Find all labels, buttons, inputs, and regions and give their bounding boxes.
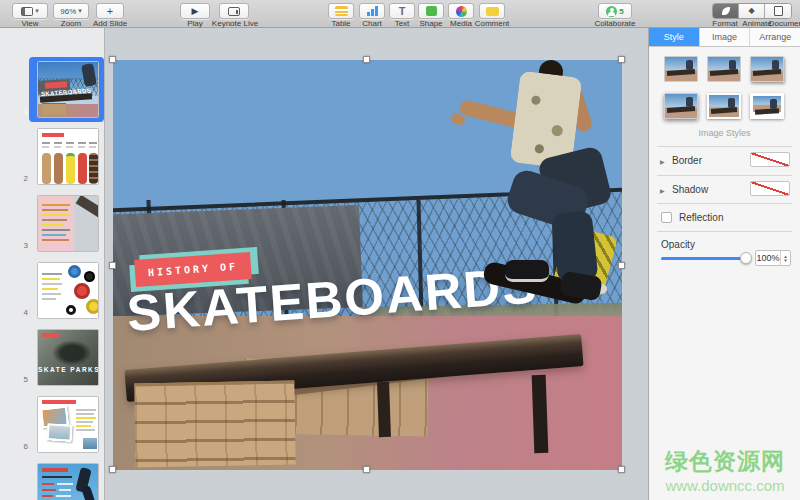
collaborate-label: Collaborate: [588, 19, 642, 28]
opacity-label: Opacity: [661, 239, 695, 250]
chart-icon: [366, 6, 379, 16]
keynote-live-label: Keynote Live: [205, 19, 265, 28]
text-tool-icon: T: [399, 6, 406, 17]
reflection-label: Reflection: [679, 212, 723, 223]
image-styles-label: Image Styles: [649, 128, 800, 138]
opacity-slider-knob[interactable]: [740, 252, 752, 264]
opacity-stepper[interactable]: ▴ ▾: [780, 251, 790, 265]
slide-thumbnail-7[interactable]: [37, 463, 99, 500]
shadow-style-well[interactable]: [750, 181, 790, 196]
selection-handle-top-right[interactable]: [618, 56, 625, 63]
slide-thumbnail-1[interactable]: SKATEBOARDS: [37, 61, 99, 118]
tab-style[interactable]: Style: [649, 28, 700, 46]
comment-label: Comment: [468, 19, 516, 28]
slide-number-3: 3: [10, 241, 28, 250]
view-button[interactable]: ▾: [12, 3, 48, 19]
inspector-mode-segmented-control: ◆: [712, 3, 792, 19]
selection-handle-middle-right[interactable]: [618, 262, 625, 269]
selection-handle-top-left[interactable]: [109, 56, 116, 63]
watermark-url: www.downcc.com: [650, 477, 800, 494]
border-label: Border: [672, 155, 702, 166]
collaborate-button[interactable]: 5: [598, 3, 632, 19]
selection-handle-middle-left[interactable]: [109, 262, 116, 269]
comment-icon: [486, 7, 499, 16]
collaborate-icon: [606, 6, 617, 17]
opacity-value: 100%: [756, 253, 780, 263]
slide-thumbnail-6[interactable]: [37, 396, 99, 453]
format-brush-icon: [722, 7, 730, 15]
add-slide-button[interactable]: +: [96, 3, 124, 19]
watermark-site-name: 绿色资源网: [650, 446, 800, 477]
image-style-option-5[interactable]: [707, 93, 741, 119]
text-button[interactable]: T: [389, 3, 415, 19]
slide-number-6: 6: [10, 442, 28, 451]
shape-button[interactable]: [418, 3, 444, 19]
selection-handle-bottom-left[interactable]: [109, 466, 116, 473]
image-style-option-1[interactable]: [664, 56, 698, 82]
opacity-value-field[interactable]: 100% ▴ ▾: [755, 250, 791, 266]
media-icon: [456, 6, 467, 17]
watermark: 绿色资源网 www.downcc.com: [650, 446, 800, 494]
document-label: Document: [764, 19, 800, 28]
table-button[interactable]: [328, 3, 354, 19]
slide-thumbnail-5[interactable]: SKATE PARKS: [37, 329, 99, 386]
chevron-down-icon: ▾: [35, 8, 39, 14]
zoom-button[interactable]: 96% ▾: [53, 3, 89, 19]
border-disclosure-icon[interactable]: ▶: [660, 158, 665, 165]
collaborate-count-badge: 5: [619, 7, 623, 16]
animate-diamond-icon: ◆: [748, 7, 754, 15]
selection-handle-bottom-center[interactable]: [363, 466, 370, 473]
comment-button[interactable]: [479, 3, 505, 19]
format-inspector: Style Image Arrange Image Styles ▶ Borde…: [648, 28, 800, 500]
animate-button[interactable]: ◆: [739, 4, 765, 18]
keynote-live-button[interactable]: [219, 3, 249, 19]
view-icon: [21, 7, 33, 16]
shadow-label: Shadow: [672, 184, 708, 195]
reflection-checkbox[interactable]: [661, 212, 672, 223]
thumb5-title: SKATE PARKS: [38, 366, 99, 373]
chevron-down-icon: ▾: [78, 8, 82, 14]
slide-number-5: 5: [10, 375, 28, 384]
border-style-well[interactable]: [750, 152, 790, 167]
image-style-option-2[interactable]: [707, 56, 741, 82]
inspector-tabs: Style Image Arrange: [649, 28, 800, 47]
skater-art: [443, 60, 622, 320]
slide-number-2: 2: [10, 174, 28, 183]
document-icon: [774, 6, 783, 16]
slide-thumbnail-2[interactable]: [37, 128, 99, 185]
image-style-option-4[interactable]: [664, 93, 698, 119]
slide-image[interactable]: HISTORY OF SKATEBOARDS: [113, 60, 622, 470]
tab-arrange[interactable]: Arrange: [750, 28, 800, 46]
view-label: View: [12, 19, 48, 28]
stepper-down-icon: ▾: [784, 258, 787, 263]
slide-canvas: HISTORY OF SKATEBOARDS: [105, 28, 648, 500]
selection-handle-bottom-right[interactable]: [618, 466, 625, 473]
slide-thumbnail-3[interactable]: [37, 195, 99, 252]
slide-navigator: SKATEBOARDS 1 2 3: [0, 28, 105, 500]
selection-handle-top-center[interactable]: [363, 56, 370, 63]
slide-thumbnail-4[interactable]: [37, 262, 99, 319]
slide-number-4: 4: [10, 308, 28, 317]
keynote-live-icon: [228, 7, 240, 16]
shadow-disclosure-icon[interactable]: ▶: [660, 187, 665, 194]
document-button[interactable]: [765, 4, 791, 18]
thumb1-skater-art: [81, 63, 97, 87]
keynote-window: ▾ View 96% ▾ Zoom + Add Slide ▶ Play Key…: [0, 0, 800, 500]
opacity-slider-track[interactable]: [661, 257, 749, 260]
table-icon: [335, 6, 348, 16]
image-style-option-3[interactable]: [750, 56, 784, 82]
media-button[interactable]: [448, 3, 474, 19]
play-icon: ▶: [192, 7, 199, 16]
zoom-value: 96%: [60, 7, 76, 16]
plus-icon: +: [107, 5, 113, 17]
pallet-crate-art: [134, 381, 295, 468]
chart-button[interactable]: [359, 3, 385, 19]
slide-number-1: 1: [10, 107, 28, 116]
format-button[interactable]: [713, 4, 739, 18]
shape-icon: [426, 6, 437, 16]
tab-image[interactable]: Image: [700, 28, 751, 46]
image-style-option-6[interactable]: [750, 93, 784, 119]
add-slide-label: Add Slide: [81, 19, 139, 28]
toolbar: ▾ View 96% ▾ Zoom + Add Slide ▶ Play Key…: [0, 0, 800, 28]
play-button[interactable]: ▶: [180, 3, 210, 19]
